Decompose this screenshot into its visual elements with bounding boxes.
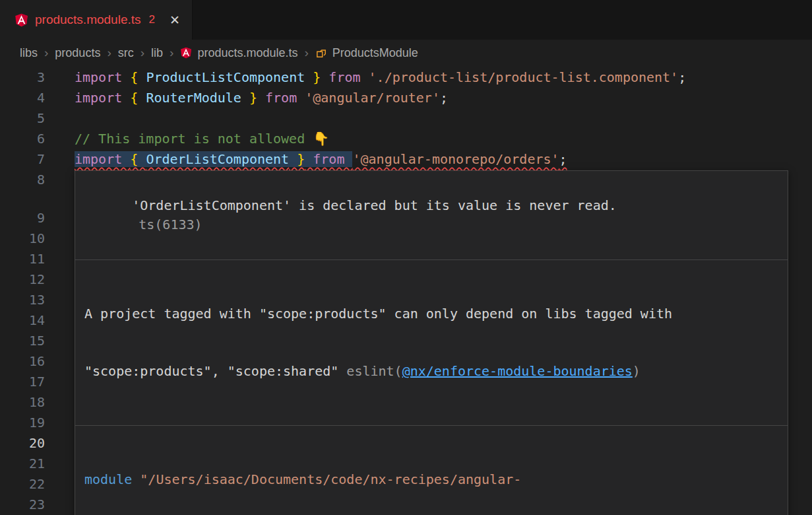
tab-bar: products.module.ts 2 ✕ <box>0 0 812 40</box>
code-token: from <box>305 151 352 167</box>
line-number[interactable]: 4 <box>0 88 45 108</box>
code-line[interactable]: 3import { ProductListComponent } from '.… <box>0 67 812 88</box>
tab-products-module[interactable]: products.module.ts 2 ✕ <box>0 0 193 40</box>
code-token: import <box>75 151 130 167</box>
code-line[interactable]: 6// This import is not allowed 👇 <box>0 129 812 149</box>
chevron-right-icon: › <box>141 46 144 60</box>
line-number[interactable]: 18 <box>0 392 45 413</box>
hover-eslint-diagnostic: A project tagged with "scope:products" c… <box>75 260 788 426</box>
line-number[interactable]: 21 <box>0 454 45 474</box>
chevron-right-icon: › <box>44 46 48 60</box>
module-info-line1: module "/Users/isaac/Documents/code/nx-r… <box>84 470 778 489</box>
line-number[interactable]: 19 <box>0 413 45 433</box>
chevron-right-icon: › <box>170 46 173 60</box>
code-token: ProductListComponent <box>146 69 305 85</box>
hover-module-info: module "/Users/isaac/Documents/code/nx-r… <box>75 426 788 515</box>
code-token: ; <box>678 69 686 85</box>
code-token: ; <box>559 151 567 167</box>
line-number[interactable]: 7 <box>0 149 45 170</box>
code-line[interactable]: 5 <box>0 108 812 129</box>
module-keyword: module <box>84 471 140 487</box>
code-token: OrderListComponent <box>146 151 289 167</box>
breadcrumb: libs › products › src › lib › products.m… <box>0 40 812 66</box>
line-content: // This import is not allowed 👇 <box>75 129 329 149</box>
hover-ts-diagnostic: 'OrderListComponent' is declared but its… <box>75 171 788 260</box>
line-content: import { OrderListComponent } from '@ang… <box>75 149 567 170</box>
code-token: from <box>321 69 368 85</box>
ts-diagnostic-message: 'OrderListComponent' is declared but its… <box>132 197 617 213</box>
line-content: import { RouterModule } from '@angular/r… <box>75 88 448 108</box>
tab-label: products.module.ts <box>35 13 141 27</box>
code-token: import <box>75 69 130 85</box>
line-number[interactable]: 23 <box>0 495 45 515</box>
breadcrumb-item-products[interactable]: products <box>55 46 100 60</box>
line-number[interactable]: 16 <box>0 351 45 372</box>
angular-icon <box>180 47 192 59</box>
line-number[interactable]: 9 <box>0 208 45 228</box>
code-token: ; <box>440 90 448 106</box>
line-number[interactable]: 5 <box>0 108 45 129</box>
line-number[interactable]: 12 <box>0 269 45 290</box>
line-number[interactable]: 15 <box>0 331 45 351</box>
module-path-line1: "/Users/isaac/Documents/code/nx-recipes/… <box>140 471 521 487</box>
code-token: 👇 <box>313 131 329 147</box>
eslint-message-line1: A project tagged with "scope:products" c… <box>84 304 778 324</box>
line-number[interactable]: 20 <box>0 433 45 454</box>
code-token: } <box>305 69 321 85</box>
line-number[interactable]: 13 <box>0 290 45 310</box>
breadcrumb-item-libs[interactable]: libs <box>20 46 38 60</box>
chevron-right-icon: › <box>107 46 111 60</box>
breadcrumb-item-lib[interactable]: lib <box>151 46 163 60</box>
code-token: } <box>289 151 305 167</box>
line-number[interactable]: 22 <box>0 474 45 495</box>
code-token: // This import is not allowed <box>75 131 313 147</box>
line-number[interactable]: 6 <box>0 129 45 149</box>
eslint-source-suffix: ) <box>633 363 640 379</box>
code-line[interactable]: 4import { RouterModule } from '@angular/… <box>0 88 812 108</box>
code-token: './product-list/product-list.component' <box>369 69 679 85</box>
class-symbol-icon <box>315 47 327 59</box>
code-token: } <box>241 90 257 106</box>
breadcrumb-item-file[interactable]: products.module.ts <box>197 46 297 60</box>
line-number[interactable]: 14 <box>0 310 45 331</box>
code-token: { <box>130 90 146 106</box>
eslint-message-line2: "scope:products", "scope:shared" eslint(… <box>84 362 778 381</box>
line-number[interactable]: 8 <box>0 170 45 208</box>
line-number[interactable]: 11 <box>0 249 45 269</box>
eslint-source-prefix: eslint( <box>346 363 402 379</box>
line-number[interactable]: 3 <box>0 67 45 88</box>
code-line[interactable]: 7import { OrderListComponent } from '@an… <box>0 149 812 170</box>
eslint-message-line2-text: "scope:products", "scope:shared" <box>84 363 346 379</box>
line-content: import { ProductListComponent } from './… <box>75 67 686 88</box>
close-icon[interactable]: ✕ <box>170 13 180 28</box>
code-token: '@angular-monorepo/orders' <box>352 151 559 167</box>
code-token: { <box>130 151 146 167</box>
editor: 3import { ProductListComponent } from '.… <box>0 66 812 515</box>
code-token: '@angular/router' <box>305 90 440 106</box>
line-number[interactable]: 17 <box>0 372 45 392</box>
line-number[interactable]: 10 <box>0 228 45 249</box>
code-token: { <box>130 69 146 85</box>
eslint-rule-link[interactable]: @nx/enforce-module-boundaries <box>402 363 633 379</box>
angular-icon <box>15 13 28 27</box>
code-token: import <box>75 90 130 106</box>
breadcrumb-item-src[interactable]: src <box>118 46 134 60</box>
tab-problems-badge: 2 <box>149 13 155 26</box>
chevron-right-icon: › <box>304 46 308 60</box>
ts-diagnostic-code: ts(6133) <box>139 217 202 232</box>
hover-popup: 'OrderListComponent' is declared but its… <box>75 170 788 515</box>
breadcrumb-item-symbol[interactable]: ProductsModule <box>332 46 418 60</box>
code-token: from <box>257 90 305 106</box>
code-token: RouterModule <box>146 90 241 106</box>
